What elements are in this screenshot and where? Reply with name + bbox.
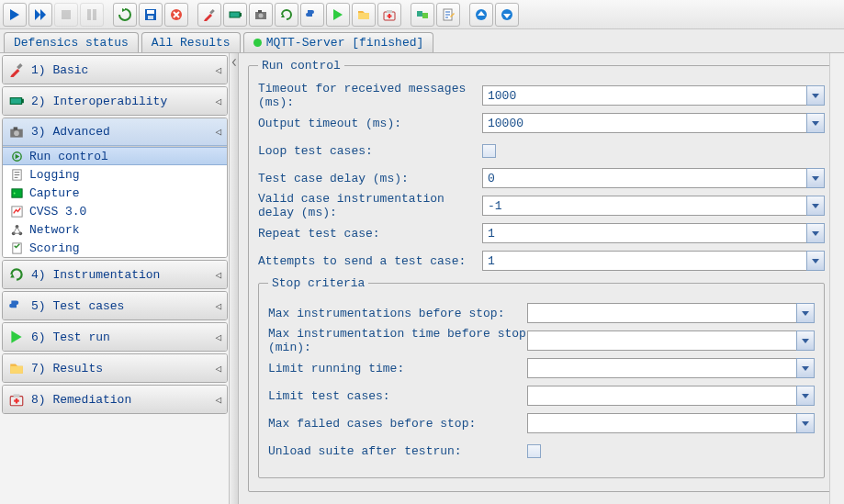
- sidebar-collapse-handle[interactable]: [229, 53, 238, 504]
- combo-input[interactable]: [482, 113, 806, 133]
- toolbar-camera-icon[interactable]: [249, 3, 273, 27]
- sidebar-section-1[interactable]: 2) Interoperability◁: [3, 87, 227, 115]
- sidebar-item-run-control[interactable]: Run control: [3, 147, 227, 165]
- medkit-icon: [8, 391, 25, 408]
- form-row: Test case delay (ms):: [258, 164, 825, 192]
- dropdown-button[interactable]: [796, 413, 815, 433]
- toolbar-cancel-icon[interactable]: [164, 3, 188, 27]
- refresh-icon: [279, 7, 294, 22]
- toolbar-medkit-icon[interactable]: [377, 3, 401, 27]
- combo-input[interactable]: [482, 85, 806, 106]
- dropdown-button[interactable]: [796, 330, 815, 351]
- chevron-left-icon: ◁: [215, 95, 221, 107]
- dropdown-button[interactable]: [806, 251, 825, 271]
- toolbar-edit-doc-icon[interactable]: [436, 3, 460, 27]
- sidebar-section-label: 8) Remediation: [31, 393, 131, 407]
- field-label: Test case delay (ms):: [258, 172, 482, 185]
- form-row: Repeat test case:: [258, 219, 825, 247]
- sidebar-item-scoring[interactable]: Scoring: [3, 239, 227, 257]
- combo-input[interactable]: [527, 330, 796, 351]
- toolbar-step-icon[interactable]: [28, 3, 52, 27]
- content-scrollbar[interactable]: [829, 53, 844, 504]
- dropdown-button[interactable]: [806, 168, 825, 188]
- sidebar-section-5[interactable]: 6) Test run◁: [3, 323, 227, 351]
- run-control-fieldset: Run control Timeout for received message…: [248, 59, 835, 492]
- toolbar-battery-icon[interactable]: [223, 3, 247, 27]
- toolbar-folder-icon[interactable]: [352, 3, 376, 27]
- chevron-left-icon: ◁: [215, 394, 221, 406]
- sidebar-section-3[interactable]: 4) Instrumentation◁: [3, 261, 227, 288]
- refresh-icon: [8, 266, 25, 283]
- sidebar-item-network[interactable]: Network: [3, 220, 227, 239]
- checkbox[interactable]: [527, 444, 541, 458]
- tab-label: MQTT-Server [finished]: [266, 36, 424, 50]
- combo-input[interactable]: [527, 303, 796, 323]
- sidebar-section-label: 4) Instrumentation: [31, 268, 160, 282]
- dropdown-button[interactable]: [796, 358, 815, 378]
- logging-icon: [10, 168, 24, 182]
- sidebar-item-label: Scoring: [29, 241, 80, 255]
- combo-input[interactable]: [482, 196, 806, 216]
- tab-1[interactable]: All Results: [141, 32, 241, 52]
- toolbar-run-icon[interactable]: [326, 3, 350, 27]
- sidebar-section-0[interactable]: 1) Basic◁: [3, 56, 227, 84]
- field-label: Max instrumentation time before stop (mi…: [268, 327, 527, 354]
- toolbar-reload-icon[interactable]: [113, 3, 137, 27]
- dropdown-button[interactable]: [796, 386, 815, 406]
- tab-label: All Results: [152, 36, 231, 50]
- field-label: Max instrumentations before stop:: [268, 307, 527, 320]
- checkbox[interactable]: [482, 144, 496, 158]
- toolbar-save-icon[interactable]: [139, 3, 163, 27]
- scoring-icon: [10, 241, 24, 255]
- folder-icon: [356, 7, 371, 22]
- run-control-legend: Run control: [258, 59, 344, 73]
- toolbar-stop-icon[interactable]: [54, 3, 78, 27]
- field-label: Valid case instrumentation delay (ms):: [258, 192, 482, 219]
- field-label: Timeout for received messages (ms):: [258, 82, 482, 109]
- sidebar-item-capture[interactable]: Capture: [3, 184, 227, 202]
- toolbar-pipette-icon[interactable]: [197, 3, 221, 27]
- stop-icon: [59, 7, 73, 22]
- dropdown-button[interactable]: [806, 85, 825, 106]
- toolbar-play-icon[interactable]: [3, 3, 27, 27]
- field-label: Unload suite after testrun:: [268, 444, 527, 458]
- sidebar-item-cvss-3-0[interactable]: CVSS 3.0: [3, 202, 227, 220]
- puzzle-icon: [305, 7, 320, 22]
- toolbar-plugins-icon[interactable]: [411, 3, 434, 27]
- dropdown-button[interactable]: [806, 196, 825, 216]
- form-row: Max failed cases before stop:: [268, 409, 815, 437]
- form-row: Valid case instrumentation delay (ms):: [258, 192, 825, 219]
- dropdown-button[interactable]: [806, 223, 825, 243]
- save-icon: [143, 7, 158, 22]
- chevron-left-icon: ◁: [215, 363, 221, 375]
- stop-criteria-legend: Stop criteria: [268, 276, 368, 290]
- dropdown-button[interactable]: [796, 303, 815, 323]
- form-row: Timeout for received messages (ms):: [258, 82, 825, 109]
- chevron-left-icon: ◁: [215, 331, 221, 343]
- sidebar-section-7[interactable]: 8) Remediation◁: [3, 386, 227, 413]
- folder-icon: [8, 360, 25, 376]
- sidebar-section-6[interactable]: 7) Results◁: [3, 354, 227, 382]
- combo-input[interactable]: [482, 223, 806, 243]
- combo-input[interactable]: [482, 251, 806, 271]
- toolbar-pause-icon[interactable]: [80, 3, 104, 27]
- field-label: Output timeout (ms):: [258, 117, 482, 130]
- pipette-icon: [202, 7, 217, 22]
- pause-icon: [84, 7, 99, 22]
- tab-2[interactable]: MQTT-Server [finished]: [243, 32, 434, 52]
- dropdown-button[interactable]: [806, 113, 825, 133]
- toolbar-refresh-icon[interactable]: [275, 3, 298, 27]
- combo-input[interactable]: [527, 386, 796, 406]
- sidebar-section-label: 1) Basic: [31, 63, 88, 77]
- toolbar-down-icon[interactable]: [495, 3, 519, 27]
- tab-0[interactable]: Defensics status: [4, 32, 139, 52]
- toolbar-puzzle-icon[interactable]: [300, 3, 324, 27]
- sidebar-section-2[interactable]: 3) Advanced◁: [3, 118, 227, 146]
- toolbar-up-icon[interactable]: [469, 3, 493, 27]
- combo-input[interactable]: [482, 168, 806, 188]
- combo-input[interactable]: [527, 413, 796, 433]
- combo-input[interactable]: [527, 358, 796, 378]
- sidebar-section-4[interactable]: 5) Test cases◁: [3, 292, 227, 319]
- sidebar-item-label: CVSS 3.0: [29, 205, 86, 218]
- sidebar-item-logging[interactable]: Logging: [3, 165, 227, 184]
